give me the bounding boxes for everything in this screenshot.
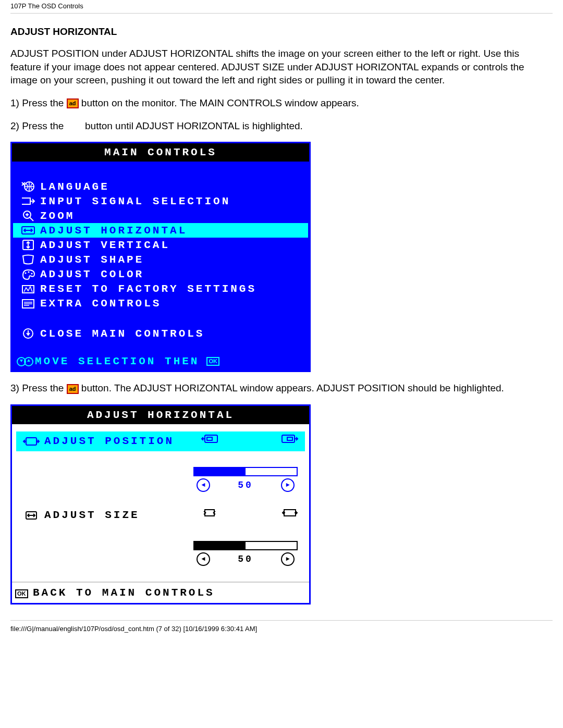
step-3-post: button. The ADJUST HORIZONTAL window app… [81, 382, 504, 393]
svg-rect-19 [284, 510, 296, 516]
osd-main-controls: MAIN CONTROLS LANGUAGE INPUT SIGNAL SELE… [10, 142, 311, 372]
osd-main-title: MAIN CONTROLS [12, 143, 309, 162]
adjust-position-label: ADJUST POSITION [44, 435, 174, 447]
svg-rect-14 [207, 437, 212, 440]
menu-item-adjust-horizontal[interactable]: ADJUST HORIZONTAL [13, 223, 308, 238]
color-icon [16, 268, 39, 280]
ok-icon: OK [15, 587, 30, 599]
footer-path: file:///G|/manual/english/107P/osd/osd_c… [10, 620, 553, 637]
zoom-icon [16, 209, 39, 222]
close-icon [16, 327, 39, 340]
menu-item-reset[interactable]: RESET TO FACTORY SETTINGS [13, 281, 308, 296]
intro-paragraph: ADJUST POSITION under ADJUST HORIZONTAL … [10, 47, 553, 87]
svg-rect-12 [26, 438, 36, 445]
input-icon [16, 195, 39, 207]
position-bar[interactable] [193, 467, 298, 476]
menu-item-label: LANGUAGE [39, 181, 109, 193]
menu-item-input-signal[interactable]: INPUT SIGNAL SELECTION [13, 194, 308, 208]
shift-left-icon [201, 434, 219, 444]
position-value: 50 [238, 480, 253, 490]
menu-item-zoom[interactable]: ZOOM [13, 208, 308, 223]
menu-item-label: RESET TO FACTORY SETTINGS [39, 283, 256, 295]
svg-rect-16 [287, 437, 292, 440]
ok-button-icon: ad [67, 384, 79, 394]
size-icon [18, 509, 44, 522]
adjust-size-row[interactable]: ADJUST SIZE [16, 505, 305, 525]
back-label: BACK TO MAIN CONTROLS [30, 587, 215, 599]
shift-right-icon [280, 434, 299, 444]
adjust-size-label: ADJUST SIZE [44, 509, 140, 521]
menu-item-adjust-color[interactable]: ADJUST COLOR [13, 267, 308, 281]
position-icon [18, 435, 44, 448]
extra-icon [16, 297, 39, 310]
menu-item-label: CLOSE MAIN CONTROLS [39, 328, 204, 340]
vert-icon [16, 239, 39, 251]
section-title: ADJUST HORIZONTAL [10, 26, 553, 38]
svg-point-6 [31, 273, 33, 275]
right-arrow-button[interactable]: ► [281, 552, 295, 566]
menu-item-label: INPUT SIGNAL SELECTION [39, 195, 230, 207]
menu-item-close[interactable]: CLOSE MAIN CONTROLS [13, 326, 308, 341]
ok-icon: OK [206, 357, 219, 366]
menu-item-language[interactable]: LANGUAGE [13, 179, 308, 194]
step-2-post: button until ADJUST HORIZONTAL is highli… [85, 120, 303, 131]
widen-icon [281, 508, 299, 518]
horiz-icon [16, 224, 39, 237]
footer-label: MOVE SELECTION THEN [35, 355, 199, 367]
left-arrow-button[interactable]: ◄ [197, 478, 210, 492]
osd-main-footer: MOVE SELECTION THEN OK [12, 352, 309, 371]
svg-rect-18 [205, 510, 214, 516]
step-1: 1) Press the ad button on the monitor. T… [10, 96, 553, 110]
size-bar[interactable] [193, 541, 298, 550]
shape-icon [16, 253, 39, 266]
menu-item-label: ADJUST SHAPE [39, 254, 144, 266]
reset-icon [16, 282, 39, 295]
step-2: 2) Press the button until ADJUST HORIZON… [10, 119, 553, 133]
left-arrow-button[interactable]: ◄ [197, 552, 210, 566]
svg-point-4 [25, 273, 27, 274]
menu-item-extra[interactable]: EXTRA CONTROLS [13, 296, 308, 311]
globe-icon [16, 180, 39, 193]
menu-item-label: ZOOM [39, 210, 75, 222]
svg-point-5 [28, 272, 30, 273]
ok-button-icon: ad [67, 98, 79, 108]
step-1-post: button on the monitor. The MAIN CONTROLS… [81, 97, 359, 108]
updown-icon [16, 356, 35, 367]
step-3-pre: 3) Press the [10, 382, 67, 393]
step-3: 3) Press the ad button. The ADJUST HORIZ… [10, 381, 553, 395]
menu-item-label: EXTRA CONTROLS [39, 298, 161, 310]
osd-adjust-horizontal: ADJUST HORIZONTAL ADJUST POSITION [10, 404, 311, 604]
size-value: 50 [238, 554, 253, 564]
narrow-icon [201, 508, 218, 518]
menu-item-label: ADJUST HORIZONTAL [39, 225, 187, 237]
osd-adjust-title: ADJUST HORIZONTAL [12, 406, 309, 424]
osd-adjust-footer[interactable]: OK BACK TO MAIN CONTROLS [12, 582, 309, 603]
menu-item-label: ADJUST COLOR [39, 268, 144, 280]
adjust-position-row[interactable]: ADJUST POSITION [16, 431, 305, 451]
step-1-pre: 1) Press the [10, 97, 67, 108]
right-arrow-button[interactable]: ► [281, 478, 295, 492]
menu-item-adjust-shape[interactable]: ADJUST SHAPE [13, 252, 308, 267]
step-2-pre: 2) Press the [10, 120, 67, 131]
header-path: 107P The OSD Controls [10, 0, 553, 14]
menu-item-label: ADJUST VERTICAL [39, 239, 170, 251]
menu-item-adjust-vertical[interactable]: ADJUST VERTICAL [13, 238, 308, 252]
